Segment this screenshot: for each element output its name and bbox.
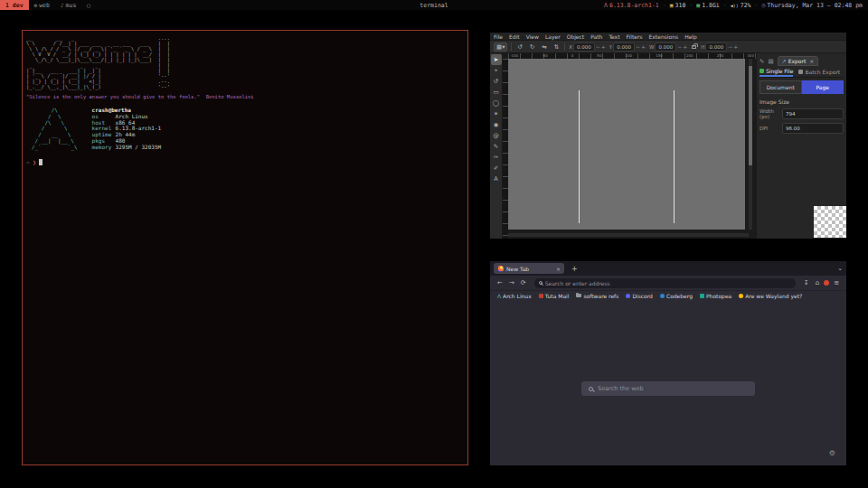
bookmark-discord[interactable]: Discord — [626, 293, 653, 299]
export-panel: ✎ ▤ ↗ Export × Single File Batc — [756, 53, 846, 239]
tab-bar: New Tab × + ⌄ — [490, 261, 846, 276]
menu-path[interactable]: Path — [590, 33, 602, 40]
shape-builder-tool[interactable]: ↺ — [491, 76, 502, 87]
forward-button[interactable]: → — [507, 279, 516, 286]
discord-icon — [626, 294, 630, 298]
width-input[interactable] — [782, 108, 844, 119]
search-icon — [539, 281, 542, 285]
bookmark-tuta-mail[interactable]: Tuta Mail — [539, 293, 570, 299]
workspace-tag-mus[interactable]: ♪ mus — [55, 0, 81, 10]
document-page[interactable] — [508, 59, 745, 230]
bookmark-photopea[interactable]: Photopea — [700, 293, 731, 299]
pencil-icon[interactable]: ✎ — [760, 58, 764, 65]
increment-button[interactable]: + — [733, 43, 738, 50]
text-tool[interactable]: A — [491, 174, 502, 184]
vertical-scrollbar[interactable] — [749, 59, 752, 230]
separator: · — [723, 2, 727, 9]
url-input[interactable] — [545, 280, 791, 286]
newtab-search-input[interactable] — [598, 385, 748, 392]
url-bar[interactable] — [534, 278, 796, 288]
menu-edit[interactable]: Edit — [509, 33, 520, 40]
pencil-tool[interactable]: ✎ — [491, 141, 502, 152]
vertical-guide[interactable] — [579, 90, 580, 223]
star-tool[interactable]: ✶ — [491, 108, 502, 119]
lock-ratio-icon[interactable] — [692, 45, 696, 49]
tab-single-file[interactable]: Single File — [760, 67, 793, 77]
close-icon[interactable]: × — [809, 58, 814, 64]
workspace-tag-dev[interactable]: 1 dev — [0, 0, 29, 10]
decrement-button[interactable]: − — [636, 43, 640, 50]
ellipse-tool[interactable]: ◯ — [491, 98, 502, 108]
inkscape-window[interactable]: File Edit View Layer Object Path Text Fi… — [490, 33, 846, 239]
bookmark-codeberg[interactable]: Codeberg — [660, 293, 693, 299]
newtab-settings-gear-icon[interactable]: ⚙ — [829, 449, 835, 457]
datetime: Thursday, Mar 13 — 02:48 pm — [767, 2, 863, 9]
pen-tool[interactable]: ✑ — [491, 152, 502, 163]
page-button[interactable]: Page — [802, 80, 844, 94]
bookmark-folder-software-refs[interactable]: software refs — [576, 293, 618, 299]
canvas-area[interactable]: -100 -50 0 50 100 150 200 250 300 — [503, 53, 756, 239]
music-note-icon: ♪ — [61, 2, 64, 8]
selector-tool[interactable]: ➤ — [491, 54, 502, 65]
chevron-down-icon: ▾ — [502, 43, 505, 51]
newtab-search-bar[interactable] — [581, 381, 755, 396]
node-tool[interactable]: ⌖ — [491, 65, 502, 76]
menu-object[interactable]: Object — [567, 33, 585, 40]
increment-button[interactable]: + — [601, 43, 606, 50]
y-input[interactable]: 0.000 — [613, 42, 635, 52]
spiral-tool[interactable]: @ — [491, 130, 502, 141]
new-tab-button[interactable]: + — [571, 265, 578, 273]
dpi-input[interactable] — [782, 123, 844, 134]
export-preview-transparent — [814, 206, 846, 238]
tab-new-tab[interactable]: New Tab × — [494, 263, 564, 274]
rotate-ccw-icon[interactable]: ↺ — [515, 43, 524, 51]
flip-vertical-icon[interactable]: ⇅ — [552, 43, 561, 51]
increment-button[interactable]: + — [683, 43, 687, 50]
selection-mode-dropdown[interactable]: ▦▾ — [494, 42, 507, 52]
downloads-icon[interactable]: ↧ — [802, 279, 811, 286]
reload-button[interactable]: ⟳ — [519, 279, 528, 286]
shell-prompt[interactable]: ~ ❯ — [26, 159, 464, 166]
tab-batch-export[interactable]: Batch Export — [798, 67, 840, 77]
fetch-info: crash@bertha os Arch Linux host x86_64 k… — [92, 108, 162, 151]
export-mode-tabs: Single File Batch Export — [760, 67, 844, 78]
horizontal-scrollbar[interactable] — [508, 233, 749, 237]
menu-layer[interactable]: Layer — [545, 33, 561, 40]
w-input[interactable]: 0.000 — [655, 42, 676, 52]
increment-button[interactable]: + — [641, 43, 646, 50]
flip-horizontal-icon[interactable]: ⇋ — [540, 43, 548, 51]
menu-extensions[interactable]: Extensions — [649, 33, 679, 40]
scrollbar-thumb[interactable] — [749, 66, 752, 165]
menu-text[interactable]: Text — [609, 33, 619, 40]
menu-icon[interactable]: ≡ — [832, 279, 841, 286]
calligraphy-tool[interactable]: ✐ — [491, 163, 502, 174]
terminal-window[interactable]: __ __ _ .... \ \ / /__| | ___ ___ _ __ _… — [22, 30, 468, 465]
bookmark-are-we-wayland-yet[interactable]: Are we Wayland yet? — [739, 293, 802, 299]
menu-file[interactable]: File — [494, 33, 503, 40]
close-tab-icon[interactable]: × — [556, 266, 561, 272]
decrement-button[interactable]: − — [677, 43, 682, 50]
workspace-tag-web[interactable]: ⚙ web — [29, 0, 55, 10]
export-dialog-tab[interactable]: ↗ Export × — [778, 56, 819, 66]
home-icon[interactable]: ⌂ — [814, 279, 821, 286]
menu-filters[interactable]: Filters — [627, 33, 643, 40]
3dbox-tool[interactable]: ◉ — [491, 119, 502, 130]
vertical-guide[interactable] — [674, 90, 675, 223]
menu-view[interactable]: View — [526, 33, 539, 40]
browser-window[interactable]: New Tab × + ⌄ ← → ⟳ ↧ ⌂ ≡ Λ Arch Linux — [490, 261, 846, 465]
codeberg-icon — [660, 294, 665, 298]
adblock-extension-icon[interactable] — [824, 280, 829, 286]
h-input[interactable]: 0.000 — [705, 42, 727, 52]
layers-icon[interactable]: ▤ — [768, 58, 773, 65]
bookmark-arch-linux[interactable]: Λ Arch Linux — [497, 293, 532, 299]
rectangle-tool[interactable]: ▭ — [491, 87, 502, 98]
rotate-cw-icon[interactable]: ↻ — [528, 43, 536, 51]
tab-list-chevron-icon[interactable]: ⌄ — [837, 265, 843, 272]
menu-help[interactable]: Help — [684, 33, 697, 40]
back-button[interactable]: ← — [495, 279, 505, 286]
document-button[interactable]: Document — [760, 80, 802, 94]
decrement-button[interactable]: − — [728, 43, 732, 50]
x-input[interactable]: 0.000 — [573, 42, 595, 52]
workspace-tag-empty[interactable]: ▢ — [81, 0, 96, 10]
decrement-button[interactable]: − — [596, 43, 600, 50]
